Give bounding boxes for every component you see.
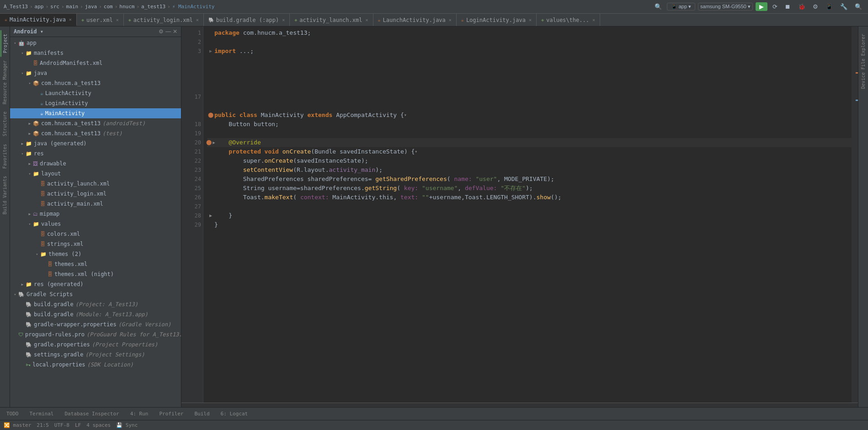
tree-body[interactable]: ▾ 🤖 app ▾ 📁 manifests 🗄 AndroidManifest.… bbox=[10, 37, 181, 407]
tree-item-res-generated[interactable]: ▶ 📁 res (generated) bbox=[10, 279, 181, 289]
fold-18[interactable]: ▾ bbox=[404, 111, 407, 120]
tree-item-drawable[interactable]: ▶ 🖼 drawable bbox=[10, 159, 181, 169]
tree-item-res[interactable]: ▾ 📁 res bbox=[10, 149, 181, 159]
tab-activity-launch-xml-close[interactable]: ✕ bbox=[365, 17, 368, 22]
tab-launchactivity[interactable]: ☕ LaunchActivity.java ✕ bbox=[373, 14, 457, 26]
tree-item-proguard[interactable]: 🛡 proguard-rules.pro (ProGuard Rules for… bbox=[10, 329, 181, 340]
breadcrumb-app[interactable]: app bbox=[35, 4, 44, 10]
bottom-tab-run[interactable]: 4: Run bbox=[128, 410, 151, 418]
tree-item-loginactivity[interactable]: ☕ LoginActivity bbox=[10, 98, 181, 108]
tree-item-app[interactable]: ▾ 🤖 app bbox=[10, 38, 181, 48]
bottom-scrollbar[interactable] bbox=[181, 403, 858, 407]
tree-item-local-props[interactable]: 🗝 local.properties (SDK Location) bbox=[10, 360, 181, 370]
tree-item-mipmap[interactable]: ▶ 🗂 mipmap bbox=[10, 209, 181, 219]
tree-icon-collapse[interactable]: — bbox=[165, 28, 171, 35]
bottom-tab-todo[interactable]: TODO bbox=[4, 410, 21, 418]
tab-build-gradle-close[interactable]: ✕ bbox=[282, 17, 285, 22]
tree-item-values[interactable]: ▾ 📁 values bbox=[10, 219, 181, 229]
bottom-tab-database[interactable]: Database Inspector bbox=[62, 410, 122, 418]
run-button[interactable]: ▶ bbox=[756, 2, 767, 11]
settings-btn[interactable]: ⚙ bbox=[810, 2, 820, 11]
tree-item-themes-xml-night[interactable]: 🗄 themes.xml (night) bbox=[10, 269, 181, 279]
tree-item-androidmanifest[interactable]: 🗄 AndroidManifest.xml bbox=[10, 58, 181, 68]
bottom-tab-profiler[interactable]: Profiler bbox=[156, 410, 186, 418]
tree-item-build-gradle-module[interactable]: 🐘 build.gradle (Module: A_Test13.app) bbox=[10, 309, 181, 319]
sdk-btn[interactable]: 🔧 bbox=[838, 2, 850, 11]
tree-item-layout[interactable]: ▾ 📁 layout bbox=[10, 169, 181, 179]
breadcrumb-a-test13[interactable]: A_Test13 bbox=[4, 4, 28, 10]
code-editor[interactable]: 1 2 3 17 18 19 20 21 22 23 24 25 26 27 2… bbox=[181, 27, 858, 407]
bottom-tab-logcat[interactable]: 6: Logcat bbox=[218, 410, 251, 418]
tree-item-gradle-wrapper[interactable]: 🐘 gradle-wrapper.properties (Gradle Vers… bbox=[10, 319, 181, 329]
tree-item-gradle-scripts[interactable]: ▾ 🐘 Gradle Scripts bbox=[10, 289, 181, 299]
code-content[interactable]: package com.hnucm.a_test13 ; ▶ import ..… bbox=[203, 27, 852, 403]
tree-item-java[interactable]: ▾ 📁 java bbox=[10, 68, 181, 78]
status-memory[interactable]: 💾 Sync bbox=[116, 422, 138, 428]
tab-user-xml[interactable]: ◈ user.xml ✕ bbox=[77, 14, 124, 26]
tree-item-activity-launch[interactable]: 🗄 activity_launch.xml bbox=[10, 179, 181, 189]
tree-header-title: Android ▾ bbox=[14, 28, 43, 35]
tree-item-gradle-props[interactable]: 🐘 gradle.properties (Project Properties) bbox=[10, 340, 181, 350]
breadcrumb-main[interactable]: main bbox=[66, 4, 79, 10]
attach-debugger-btn[interactable]: 🐞 bbox=[796, 2, 808, 11]
tree-item-test[interactable]: ▶ 📦 com.hnucm.a_test13 (test) bbox=[10, 128, 181, 138]
tab-launchactivity-close[interactable]: ✕ bbox=[449, 17, 452, 22]
device-selector[interactable]: samsung SM-G9550 ▾ bbox=[698, 3, 753, 11]
stop-btn[interactable]: ⏹ bbox=[783, 2, 793, 11]
tree-item-mainactivity[interactable]: ☕ MainActivity bbox=[10, 108, 181, 118]
tab-values-the[interactable]: ◈ values\the... ✕ bbox=[537, 14, 600, 26]
sidebar-tab-build-variants[interactable]: Build Variants bbox=[1, 172, 9, 218]
tab-mainactivity[interactable]: ☕ MainActivity.java ✕ bbox=[0, 14, 77, 26]
breadcrumb-src[interactable]: src bbox=[50, 4, 59, 10]
avd-btn[interactable]: 📱 bbox=[823, 2, 835, 11]
tree-icon-close[interactable]: ✕ bbox=[173, 28, 177, 35]
tree-item-themes[interactable]: ▾ 📁 themes (2) bbox=[10, 249, 181, 259]
right-scrollbar[interactable] bbox=[852, 27, 858, 403]
tab-mainactivity-close[interactable]: ✕ bbox=[69, 17, 72, 22]
status-line-col[interactable]: 21:5 bbox=[37, 422, 49, 428]
sidebar-tab-project[interactable]: Project bbox=[0, 30, 9, 57]
status-line-sep[interactable]: LF bbox=[75, 422, 81, 428]
tree-item-activity-login[interactable]: 🗄 activity_login.xml bbox=[10, 189, 181, 199]
bottom-tab-terminal[interactable]: Terminal bbox=[27, 410, 57, 418]
tab-activity-login-xml[interactable]: ◈ activity_login.xml ✕ bbox=[124, 14, 204, 26]
tree-item-settings-gradle[interactable]: 🐘 settings.gradle (Project Settings) bbox=[10, 350, 181, 360]
tree-item-strings-xml[interactable]: 🗄 strings.xml bbox=[10, 239, 181, 249]
bottom-tab-build[interactable]: Build bbox=[192, 410, 212, 418]
tree-item-build-gradle-project[interactable]: 🐘 build.gradle (Project: A_Test13) bbox=[10, 299, 181, 309]
sidebar-tab-favorites[interactable]: Favorites bbox=[1, 140, 9, 172]
breadcrumb-a-test13-2[interactable]: a_test13 bbox=[141, 4, 165, 10]
tree-item-manifests[interactable]: ▾ 📁 manifests bbox=[10, 48, 181, 58]
rerun-btn[interactable]: ⟳ bbox=[770, 2, 780, 11]
breadcrumb-com[interactable]: com bbox=[104, 4, 113, 10]
tree-item-androidtest[interactable]: ▶ 📦 com.hnucm.a_test13 (androidTest) bbox=[10, 118, 181, 128]
sidebar-tab-structure[interactable]: Structure bbox=[1, 108, 9, 140]
tree-item-themes-xml[interactable]: 🗄 themes.xml bbox=[10, 259, 181, 269]
tab-build-gradle[interactable]: 🐘 build.gradle (:app) ✕ bbox=[204, 14, 290, 26]
tree-item-com-hnucm[interactable]: ▾ 📦 com.hnucm.a_test13 bbox=[10, 78, 181, 88]
tab-loginactivity-close[interactable]: ✕ bbox=[529, 17, 532, 22]
tree-icon-cogwheel[interactable]: ⚙ bbox=[159, 28, 164, 35]
tree-item-colors-xml[interactable]: 🗄 colors.xml bbox=[10, 229, 181, 239]
app-selector[interactable]: 📱 app ▾ bbox=[667, 3, 695, 11]
tree-item-activity-main[interactable]: 🗄 activity_main.xml bbox=[10, 199, 181, 209]
tree-item-java-generated[interactable]: ▶ 📁 java (generated) bbox=[10, 138, 181, 149]
breadcrumb-mainactivity[interactable]: ⚡ MainActivity bbox=[172, 4, 215, 10]
tab-loginactivity[interactable]: ☕ LoginActivity.java ✕ bbox=[457, 14, 537, 26]
tab-values-the-close[interactable]: ✕ bbox=[592, 17, 595, 22]
tab-activity-login-xml-close[interactable]: ✕ bbox=[196, 17, 199, 22]
breadcrumb-hnucm[interactable]: hnucm bbox=[119, 4, 134, 10]
breadcrumb-java[interactable]: java bbox=[85, 4, 97, 10]
tab-user-xml-close[interactable]: ✕ bbox=[116, 17, 119, 22]
tab-activity-launch-xml[interactable]: ◈ activity_launch.xml ✕ bbox=[290, 14, 373, 26]
search-everywhere-btn[interactable]: 🔍 bbox=[652, 2, 664, 11]
status-indent[interactable]: 4 spaces bbox=[86, 422, 111, 428]
param-saved: savedInstanceState bbox=[340, 147, 404, 156]
sidebar-tab-device-file-explorer[interactable]: Device File Explorer bbox=[859, 30, 867, 92]
status-git[interactable]: 🔀 master bbox=[4, 422, 31, 428]
search-btn[interactable]: 🔍 bbox=[852, 2, 864, 11]
fold-22[interactable]: ▾ bbox=[415, 147, 417, 156]
status-encoding[interactable]: UTF-8 bbox=[54, 422, 69, 428]
sidebar-tab-resource-manager[interactable]: Resource Manager bbox=[1, 57, 9, 108]
tree-item-launchactivity[interactable]: ☕ LaunchActivity bbox=[10, 88, 181, 98]
